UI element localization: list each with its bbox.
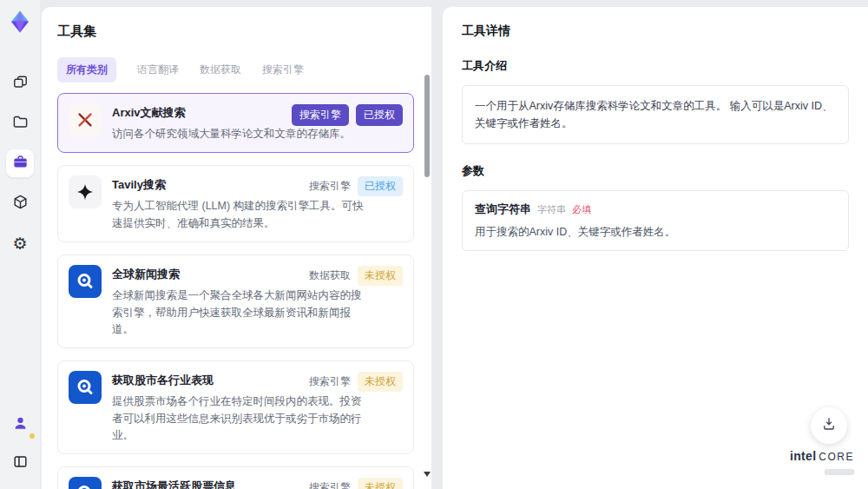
param-required-flag: 必填 [572, 203, 591, 216]
panel-layout-icon [12, 453, 29, 473]
sidebar-item-packages[interactable] [6, 189, 34, 217]
tavily-star-icon [69, 175, 102, 208]
detail-panel-title: 工具详情 [462, 23, 849, 39]
search-logo-icon [69, 265, 102, 298]
tool-card-global-news-search[interactable]: 全球新闻搜索 全球新闻搜索是一个聚合全球各大新闻网站内容的搜索引擎，帮助用户快速… [57, 254, 414, 348]
app-sidebar: ⚙ [0, 0, 40, 489]
brand-primary-text: intel [790, 450, 816, 463]
tab-all-categories[interactable]: 所有类别 [57, 57, 116, 83]
tab-data-fetching[interactable]: 数据获取 [200, 57, 241, 83]
tool-detail-panel: 工具详情 工具介绍 一个用于从Arxiv存储库搜索科学论文和文章的工具。 输入可… [443, 7, 868, 489]
category-badge: 搜索引擎 [292, 104, 349, 126]
page-title: 工具集 [57, 23, 414, 40]
user-icon [12, 415, 29, 435]
arxiv-logo-icon [69, 103, 102, 136]
status-badge: 已授权 [356, 104, 403, 126]
tool-card-arxiv-search[interactable]: Arxiv文献搜索 访问各个研究领域大量科学论文和文章的存储库。 搜索引擎 已授… [57, 93, 414, 153]
param-name: 查询字符串 [475, 202, 531, 217]
notification-dot [30, 433, 35, 439]
tool-description: 提供股票市场各个行业在特定时间段内的表现。投资者可以利用这些信息来识别表现优于或… [112, 393, 367, 444]
download-icon [821, 416, 837, 435]
category-badge: 搜索引擎 [309, 179, 351, 194]
tool-intro-text: 一个用于从Arxiv存储库搜索科学论文和文章的工具。 输入可以是Arxiv ID… [462, 85, 849, 144]
scrollbar-down-arrow-icon[interactable] [424, 472, 431, 477]
cube-icon [12, 194, 29, 214]
parameter-item: 查询字符串 字符串 必填 用于搜索的Arxiv ID、关键字或作者姓名。 [462, 190, 849, 251]
category-badge: 搜索引擎 [309, 374, 351, 389]
scrollbar-thumb[interactable] [424, 75, 430, 177]
tool-description: 访问各个研究领域大量科学论文和文章的存储库。 [112, 126, 367, 142]
tool-list-panel: 工具集 所有类别 语言翻译 数据获取 搜索引擎 Arxiv文献搜索 访问各个研究… [42, 7, 431, 489]
tool-card-list: Arxiv文献搜索 访问各个研究领域大量科学论文和文章的存储库。 搜索引擎 已授… [57, 93, 414, 489]
tab-search-engine[interactable]: 搜索引擎 [262, 57, 304, 83]
folder-icon [12, 114, 29, 134]
sidebar-item-files[interactable] [6, 109, 34, 137]
gear-icon: ⚙ [12, 235, 27, 252]
status-badge: 未授权 [358, 372, 403, 392]
sidebar-item-account[interactable] [6, 411, 34, 439]
sidebar-item-toggle-panel[interactable] [6, 449, 34, 477]
sidebar-item-settings[interactable]: ⚙ [6, 229, 34, 257]
category-badge: 数据获取 [309, 268, 351, 283]
tool-card-stock-sector-performance[interactable]: 获取股市各行业表现 提供股票市场各个行业在特定时间段内的表现。投资者可以利用这些… [57, 360, 414, 454]
tool-card-tavily-search[interactable]: Tavily搜索 专为人工智能代理 (LLM) 构建的搜索引擎工具。可快速提供实… [57, 165, 414, 242]
brand-secondary-text: core [819, 452, 854, 463]
category-tabs: 所有类别 语言翻译 数据获取 搜索引擎 [57, 57, 414, 83]
intel-core-logo: intel core [790, 450, 854, 479]
tool-description: 全球新闻搜索是一个聚合全球各大新闻网站内容的搜索引擎，帮助用户快速获取全球最新资… [112, 287, 367, 338]
status-badge: 未授权 [358, 266, 403, 286]
brand-subtext-bar [825, 469, 854, 475]
intro-heading: 工具介绍 [462, 58, 849, 74]
list-scrollbar[interactable] [424, 64, 431, 477]
chat-icon [12, 74, 29, 94]
tool-description: 专为人工智能代理 (LLM) 构建的搜索引擎工具。可快速提供实时、准确和真实的结… [112, 198, 367, 232]
category-badge: 搜索引擎 [309, 480, 351, 489]
status-badge: 已授权 [358, 176, 403, 196]
search-logo-icon [69, 371, 102, 404]
tool-card-most-active-stocks[interactable]: 获取市场最活跃股票信息 提供当天交易量最高的股票列表，投资者可以利用这些信息来识… [57, 466, 414, 489]
briefcase-icon [12, 154, 29, 174]
tab-language-translation[interactable]: 语言翻译 [137, 57, 179, 83]
download-button[interactable] [811, 407, 847, 444]
sidebar-item-toolbox[interactable] [6, 149, 34, 177]
params-heading: 参数 [462, 163, 849, 179]
app-logo-icon [7, 9, 33, 35]
search-logo-icon [69, 477, 102, 489]
param-type: 字符串 [537, 203, 566, 216]
status-badge: 未授权 [358, 478, 403, 489]
sidebar-item-chat[interactable] [6, 69, 34, 97]
param-description: 用于搜索的Arxiv ID、关键字或作者姓名。 [475, 225, 836, 240]
